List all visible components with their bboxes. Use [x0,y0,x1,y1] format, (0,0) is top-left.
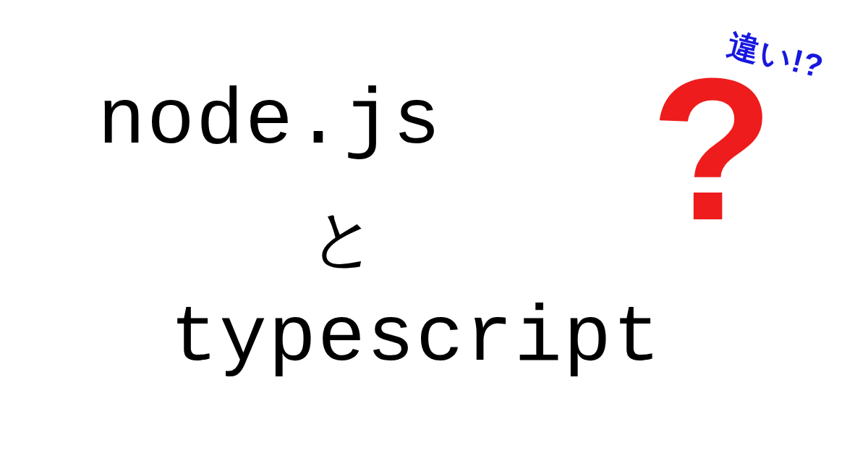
title-line-1: node.js [98,76,442,166]
title-connector: と [311,195,376,282]
question-mark-icon: ? [650,58,774,240]
title-line-2: typescript [170,293,662,384]
